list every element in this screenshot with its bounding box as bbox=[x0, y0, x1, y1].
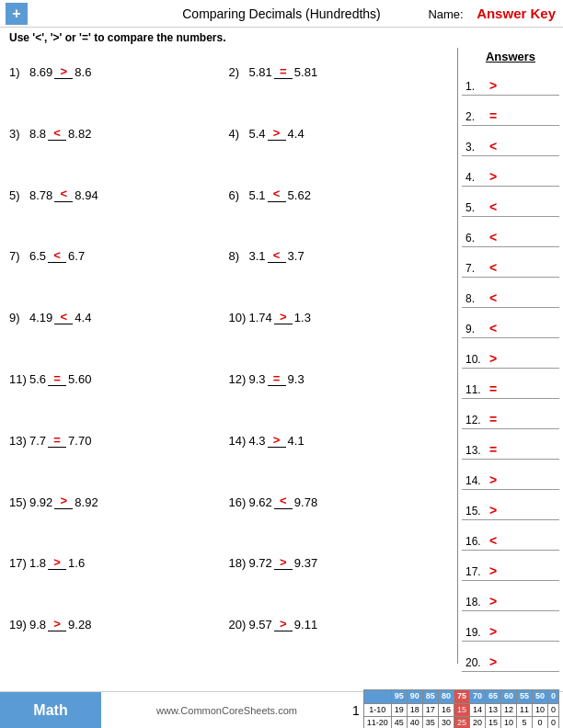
problem-number: 5) bbox=[9, 188, 29, 202]
problem-content: 5.4>4.4 bbox=[249, 127, 304, 141]
problem-content: 9.92>8.92 bbox=[29, 495, 98, 508]
right-value: 9.78 bbox=[294, 495, 317, 509]
problem-item: 15)9.92>8.92 bbox=[9, 480, 229, 511]
problem-number: 2) bbox=[229, 65, 249, 79]
answer-row: 13.= bbox=[462, 429, 559, 460]
left-value: 9.72 bbox=[249, 556, 272, 570]
left-value: 5.4 bbox=[249, 127, 266, 141]
score-col-0: 0 bbox=[547, 689, 558, 703]
right-value: 9.37 bbox=[294, 556, 317, 570]
answer-row-value: > bbox=[489, 78, 497, 93]
score-row1-label: 1-10 bbox=[363, 703, 391, 717]
right-value: 4.4 bbox=[288, 127, 304, 141]
left-value: 4.19 bbox=[29, 311, 52, 324]
problem-content: 3.1<3.7 bbox=[249, 249, 304, 263]
left-value: 9.8 bbox=[29, 618, 46, 631]
problem-item: 11)5.6=5.60 bbox=[9, 357, 229, 388]
problem-content: 1.74>1.3 bbox=[249, 311, 311, 324]
answer-row-value: > bbox=[489, 624, 497, 639]
answer-row-number: 9. bbox=[465, 323, 486, 336]
right-value: 5.81 bbox=[294, 65, 317, 79]
footer-math-label: Math bbox=[0, 692, 101, 728]
answer-row-value: > bbox=[489, 654, 497, 669]
problem-item: 20)9.57>9.11 bbox=[229, 602, 449, 633]
name-label: Name: bbox=[428, 7, 463, 21]
left-value: 8.69 bbox=[29, 65, 52, 79]
left-value: 4.3 bbox=[249, 434, 266, 448]
answer-row-value: < bbox=[489, 533, 497, 548]
problem-item: 6)5.1<5.62 bbox=[229, 173, 449, 204]
score-col-50: 50 bbox=[532, 689, 547, 703]
answer-row-number: 13. bbox=[465, 444, 486, 457]
answer-row: 2.= bbox=[462, 96, 559, 126]
problem-number: 17) bbox=[9, 556, 29, 570]
answer-row-value: < bbox=[489, 260, 497, 275]
answer-row-number: 1. bbox=[465, 80, 486, 93]
right-value: 7.70 bbox=[68, 434, 91, 448]
problem-content: 9.57>9.11 bbox=[249, 618, 318, 631]
problem-number: 19) bbox=[9, 618, 29, 631]
answer-row-value: < bbox=[489, 321, 497, 336]
answer-row: 18.> bbox=[462, 581, 559, 611]
answer-blank: < bbox=[48, 127, 66, 141]
problem-number: 4) bbox=[229, 127, 249, 141]
answer-row-number: 5. bbox=[465, 201, 486, 214]
answer-row-number: 11. bbox=[465, 383, 486, 396]
answer-row-value: = bbox=[489, 108, 497, 123]
score-col-85: 85 bbox=[422, 689, 438, 703]
answer-row-value: > bbox=[489, 503, 497, 518]
problem-item: 5)8.78<8.94 bbox=[9, 173, 229, 204]
left-value: 1.74 bbox=[249, 311, 272, 324]
answer-row-number: 17. bbox=[465, 565, 486, 578]
problem-number: 8) bbox=[229, 249, 249, 263]
answer-row: 3.< bbox=[462, 126, 559, 156]
answer-row: 17.> bbox=[462, 551, 559, 581]
logo-icon: + bbox=[6, 3, 28, 25]
scoring-table: 95 90 85 80 75 70 65 60 55 50 0 1-10 19 … bbox=[363, 689, 559, 728]
answer-row: 6.< bbox=[462, 217, 559, 247]
problem-content: 8.78<8.94 bbox=[29, 188, 98, 201]
score-col-70: 70 bbox=[469, 689, 485, 703]
answer-row: 14.> bbox=[462, 460, 559, 490]
problem-item: 8)3.1<3.7 bbox=[229, 233, 449, 265]
answer-row-value: > bbox=[489, 472, 497, 487]
problem-number: 7) bbox=[9, 249, 29, 263]
problem-item: 2)5.81=5.81 bbox=[229, 50, 449, 81]
answer-row: 5.< bbox=[462, 187, 559, 217]
answer-row: 16.< bbox=[462, 520, 559, 551]
answer-row-value: = bbox=[489, 412, 497, 427]
score-row2-label: 11-20 bbox=[363, 717, 391, 728]
right-value: 8.94 bbox=[75, 188, 98, 202]
score-col-blank bbox=[363, 689, 391, 703]
right-value: 4.4 bbox=[75, 311, 91, 324]
answer-blank: > bbox=[48, 556, 66, 570]
answer-blank: > bbox=[274, 311, 293, 324]
answer-row: 8.< bbox=[462, 278, 559, 308]
answer-blank: > bbox=[54, 65, 73, 79]
problem-content: 9.8>9.28 bbox=[29, 618, 91, 631]
score-col-75: 75 bbox=[454, 689, 469, 703]
answer-blank: < bbox=[54, 311, 73, 324]
answer-panel-title: Answers bbox=[462, 50, 559, 63]
problem-item: 18)9.72>9.37 bbox=[229, 540, 449, 572]
problem-content: 9.3=9.3 bbox=[249, 372, 304, 386]
answer-blank: > bbox=[274, 556, 293, 570]
left-value: 9.92 bbox=[29, 495, 52, 509]
right-value: 8.92 bbox=[75, 495, 98, 509]
instructions-text: Use '<', '>' or '=' to compare the numbe… bbox=[0, 28, 563, 48]
left-value: 9.62 bbox=[249, 495, 272, 509]
problem-number: 12) bbox=[229, 372, 249, 386]
right-value: 9.11 bbox=[294, 618, 317, 631]
answer-row-number: 2. bbox=[465, 110, 486, 123]
answer-key-label: Answer Key bbox=[477, 6, 556, 21]
answer-blank: > bbox=[268, 434, 286, 448]
problem-number: 16) bbox=[229, 495, 249, 509]
score-col-95: 95 bbox=[391, 689, 407, 703]
answer-row: 1.> bbox=[462, 65, 559, 96]
footer-website: www.CommonCoreSheets.com bbox=[101, 705, 352, 716]
problem-item: 12)9.3=9.3 bbox=[229, 357, 449, 388]
problem-item: 16)9.62<9.78 bbox=[229, 480, 449, 511]
problem-number: 1) bbox=[9, 65, 29, 79]
problem-item: 3)8.8<8.82 bbox=[9, 111, 229, 142]
right-value: 5.60 bbox=[68, 372, 91, 386]
